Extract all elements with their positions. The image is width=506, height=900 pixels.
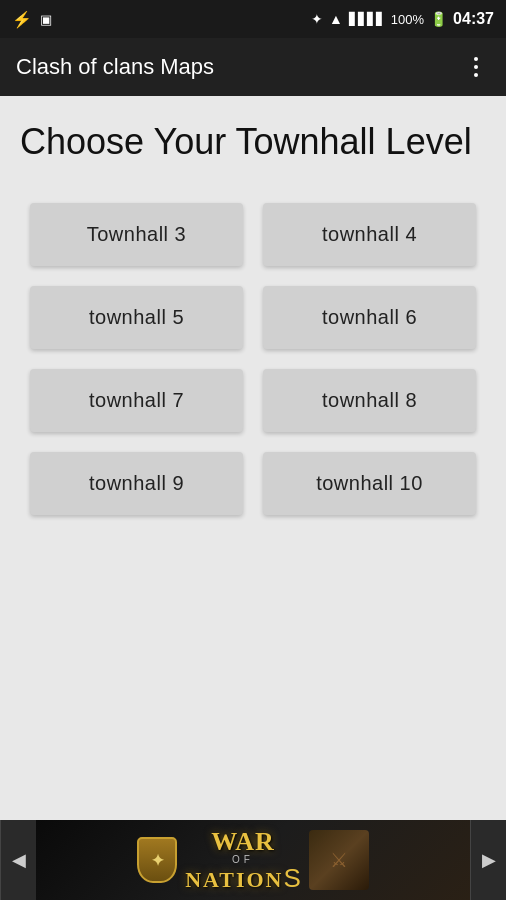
dot1 <box>474 57 478 61</box>
ad-image: ⚔ <box>309 830 369 890</box>
nations-s: S <box>284 865 301 891</box>
ad-prev-button[interactable]: ◀ <box>0 820 36 900</box>
nations-text: NATION <box>185 869 283 891</box>
app-title: Clash of clans Maps <box>16 54 214 80</box>
status-time: 04:37 <box>453 10 494 28</box>
dot2 <box>474 65 478 69</box>
usb-icon: ⚡ <box>12 10 32 29</box>
townhall-10-button[interactable]: townhall 10 <box>263 452 476 515</box>
war-of-nations-logo: WAR of NATION S <box>185 829 301 891</box>
townhall-3-button[interactable]: Townhall 3 <box>30 203 243 266</box>
battery-icon: 🔋 <box>430 11 447 27</box>
chevron-left-icon: ◀ <box>12 849 26 871</box>
townhall-7-button[interactable]: townhall 7 <box>30 369 243 432</box>
bluetooth-icon: ✦ <box>311 11 323 27</box>
townhall-4-button[interactable]: townhall 4 <box>263 203 476 266</box>
dot3 <box>474 73 478 77</box>
more-options-button[interactable] <box>462 53 490 81</box>
signal-icon: ▋▋▋▋ <box>349 12 385 26</box>
page-heading: Choose Your Townhall Level <box>20 120 486 163</box>
ad-banner: ◀ ✦ WAR of NATION S ⚔ ▶ <box>0 820 506 900</box>
townhall-8-button[interactable]: townhall 8 <box>263 369 476 432</box>
townhall-grid: Townhall 3 townhall 4 townhall 5 townhal… <box>20 203 486 515</box>
sim-icon: ▣ <box>40 12 52 27</box>
main-content: Choose Your Townhall Level Townhall 3 to… <box>0 96 506 515</box>
status-bar: ⚡ ▣ ✦ ▲ ▋▋▋▋ 100% 🔋 04:37 <box>0 0 506 38</box>
townhall-9-button[interactable]: townhall 9 <box>30 452 243 515</box>
ad-next-button[interactable]: ▶ <box>470 820 506 900</box>
townhall-6-button[interactable]: townhall 6 <box>263 286 476 349</box>
status-bar-left: ⚡ ▣ <box>12 10 52 29</box>
status-bar-right: ✦ ▲ ▋▋▋▋ 100% 🔋 04:37 <box>311 10 494 28</box>
war-text: WAR <box>211 829 275 855</box>
townhall-5-button[interactable]: townhall 5 <box>30 286 243 349</box>
shield-icon: ✦ <box>137 837 177 883</box>
battery-indicator: 100% <box>391 12 424 27</box>
of-text: of <box>232 855 254 865</box>
chevron-right-icon: ▶ <box>482 849 496 871</box>
app-bar: Clash of clans Maps <box>0 38 506 96</box>
wifi-icon: ▲ <box>329 11 343 27</box>
ad-content[interactable]: ✦ WAR of NATION S ⚔ <box>36 820 470 900</box>
